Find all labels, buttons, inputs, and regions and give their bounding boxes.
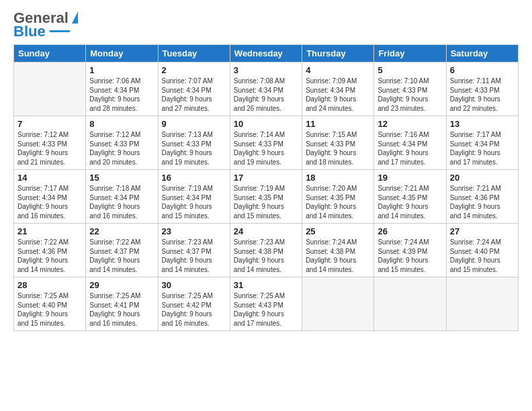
day-number: 9 [162, 119, 226, 129]
day-number: 31 [234, 280, 298, 290]
day-info: Sunrise: 7:22 AM Sunset: 4:37 PM Dayligh… [89, 238, 154, 274]
logo-blue-text: Blue [13, 24, 46, 39]
calendar-cell: 21Sunrise: 7:22 AM Sunset: 4:36 PM Dayli… [14, 224, 86, 277]
day-number: 12 [378, 119, 442, 129]
col-header-monday: Monday [86, 45, 158, 62]
day-number: 21 [17, 226, 82, 236]
col-header-friday: Friday [374, 45, 446, 62]
calendar-week-2: 14Sunrise: 7:17 AM Sunset: 4:34 PM Dayli… [14, 170, 519, 224]
day-number: 17 [234, 173, 298, 183]
calendar-cell: 15Sunrise: 7:18 AM Sunset: 4:34 PM Dayli… [86, 170, 158, 224]
calendar-cell: 30Sunrise: 7:25 AM Sunset: 4:42 PM Dayli… [158, 277, 230, 331]
calendar-cell: 12Sunrise: 7:16 AM Sunset: 4:34 PM Dayli… [374, 116, 446, 170]
day-number: 22 [89, 226, 154, 236]
calendar-cell: 16Sunrise: 7:19 AM Sunset: 4:34 PM Dayli… [158, 170, 230, 224]
calendar-cell: 28Sunrise: 7:25 AM Sunset: 4:40 PM Dayli… [14, 277, 86, 331]
day-number: 11 [306, 119, 370, 129]
day-info: Sunrise: 7:13 AM Sunset: 4:33 PM Dayligh… [162, 130, 226, 167]
col-header-sunday: Sunday [14, 45, 86, 62]
day-info: Sunrise: 7:18 AM Sunset: 4:34 PM Dayligh… [89, 184, 154, 220]
col-header-tuesday: Tuesday [158, 45, 230, 62]
calendar-cell: 9Sunrise: 7:13 AM Sunset: 4:33 PM Daylig… [158, 116, 230, 170]
day-number: 7 [17, 119, 82, 129]
day-number: 15 [89, 173, 154, 183]
header: General Blue [13, 11, 519, 39]
day-info: Sunrise: 7:23 AM Sunset: 4:37 PM Dayligh… [162, 238, 226, 274]
logo-underline [50, 30, 70, 32]
calendar-cell [446, 277, 518, 331]
calendar-cell [374, 277, 446, 331]
day-info: Sunrise: 7:25 AM Sunset: 4:42 PM Dayligh… [162, 291, 226, 328]
day-info: Sunrise: 7:08 AM Sunset: 4:34 PM Dayligh… [234, 77, 298, 113]
day-number: 16 [162, 173, 226, 183]
day-info: Sunrise: 7:23 AM Sunset: 4:38 PM Dayligh… [234, 238, 298, 274]
day-info: Sunrise: 7:24 AM Sunset: 4:38 PM Dayligh… [306, 238, 370, 274]
calendar-week-3: 21Sunrise: 7:22 AM Sunset: 4:36 PM Dayli… [14, 224, 519, 277]
day-number: 14 [17, 173, 82, 183]
calendar-cell: 29Sunrise: 7:25 AM Sunset: 4:41 PM Dayli… [86, 277, 158, 331]
day-number: 8 [89, 119, 154, 129]
day-info: Sunrise: 7:07 AM Sunset: 4:34 PM Dayligh… [162, 77, 226, 113]
calendar-page: General Blue SundayMondayTuesdayWednesda… [0, 0, 532, 411]
day-number: 23 [162, 226, 226, 236]
calendar-cell: 19Sunrise: 7:21 AM Sunset: 4:35 PM Dayli… [374, 170, 446, 224]
calendar-cell: 11Sunrise: 7:15 AM Sunset: 4:33 PM Dayli… [302, 116, 374, 170]
logo: General Blue [13, 11, 78, 39]
calendar-cell: 4Sunrise: 7:09 AM Sunset: 4:34 PM Daylig… [302, 62, 374, 116]
calendar-cell: 14Sunrise: 7:17 AM Sunset: 4:34 PM Dayli… [14, 170, 86, 224]
calendar-cell: 8Sunrise: 7:12 AM Sunset: 4:33 PM Daylig… [86, 116, 158, 170]
calendar-cell: 3Sunrise: 7:08 AM Sunset: 4:34 PM Daylig… [230, 62, 302, 116]
day-info: Sunrise: 7:24 AM Sunset: 4:39 PM Dayligh… [378, 238, 442, 274]
day-info: Sunrise: 7:09 AM Sunset: 4:34 PM Dayligh… [306, 77, 370, 113]
calendar-cell: 31Sunrise: 7:25 AM Sunset: 4:43 PM Dayli… [230, 277, 302, 331]
calendar-cell: 13Sunrise: 7:17 AM Sunset: 4:34 PM Dayli… [446, 116, 518, 170]
calendar-cell: 10Sunrise: 7:14 AM Sunset: 4:33 PM Dayli… [230, 116, 302, 170]
day-number: 29 [89, 280, 154, 290]
calendar-cell: 2Sunrise: 7:07 AM Sunset: 4:34 PM Daylig… [158, 62, 230, 116]
day-number: 4 [306, 65, 370, 75]
day-info: Sunrise: 7:19 AM Sunset: 4:35 PM Dayligh… [234, 184, 298, 220]
day-number: 19 [378, 173, 442, 183]
day-number: 10 [234, 119, 298, 129]
day-info: Sunrise: 7:20 AM Sunset: 4:35 PM Dayligh… [306, 184, 370, 220]
calendar-cell: 24Sunrise: 7:23 AM Sunset: 4:38 PM Dayli… [230, 224, 302, 277]
calendar-cell: 26Sunrise: 7:24 AM Sunset: 4:39 PM Dayli… [374, 224, 446, 277]
day-info: Sunrise: 7:22 AM Sunset: 4:36 PM Dayligh… [17, 238, 82, 274]
day-number: 5 [378, 65, 442, 75]
day-number: 28 [17, 280, 82, 290]
day-number: 2 [162, 65, 226, 75]
calendar-cell: 7Sunrise: 7:12 AM Sunset: 4:33 PM Daylig… [14, 116, 86, 170]
calendar-cell [14, 62, 86, 116]
day-info: Sunrise: 7:21 AM Sunset: 4:36 PM Dayligh… [450, 184, 515, 220]
day-info: Sunrise: 7:15 AM Sunset: 4:33 PM Dayligh… [306, 130, 370, 167]
col-header-wednesday: Wednesday [230, 45, 302, 62]
day-number: 3 [234, 65, 298, 75]
day-number: 6 [450, 65, 515, 75]
calendar-week-0: 1Sunrise: 7:06 AM Sunset: 4:34 PM Daylig… [14, 62, 519, 116]
calendar-cell: 1Sunrise: 7:06 AM Sunset: 4:34 PM Daylig… [86, 62, 158, 116]
logo-blue-row: Blue [13, 24, 70, 39]
day-number: 30 [162, 280, 226, 290]
calendar-cell: 18Sunrise: 7:20 AM Sunset: 4:35 PM Dayli… [302, 170, 374, 224]
calendar-table: SundayMondayTuesdayWednesdayThursdayFrid… [13, 44, 519, 331]
calendar-cell: 23Sunrise: 7:23 AM Sunset: 4:37 PM Dayli… [158, 224, 230, 277]
day-info: Sunrise: 7:12 AM Sunset: 4:33 PM Dayligh… [89, 130, 154, 167]
calendar-cell: 25Sunrise: 7:24 AM Sunset: 4:38 PM Dayli… [302, 224, 374, 277]
day-info: Sunrise: 7:24 AM Sunset: 4:40 PM Dayligh… [450, 238, 515, 274]
calendar-cell [302, 277, 374, 331]
calendar-cell: 5Sunrise: 7:10 AM Sunset: 4:33 PM Daylig… [374, 62, 446, 116]
day-number: 18 [306, 173, 370, 183]
day-info: Sunrise: 7:11 AM Sunset: 4:33 PM Dayligh… [450, 77, 515, 113]
day-info: Sunrise: 7:25 AM Sunset: 4:40 PM Dayligh… [17, 291, 82, 328]
calendar-week-4: 28Sunrise: 7:25 AM Sunset: 4:40 PM Dayli… [14, 277, 519, 331]
day-info: Sunrise: 7:21 AM Sunset: 4:35 PM Dayligh… [378, 184, 442, 220]
day-number: 25 [306, 226, 370, 236]
calendar-cell: 17Sunrise: 7:19 AM Sunset: 4:35 PM Dayli… [230, 170, 302, 224]
calendar-cell: 20Sunrise: 7:21 AM Sunset: 4:36 PM Dayli… [446, 170, 518, 224]
day-number: 24 [234, 226, 298, 236]
day-number: 27 [450, 226, 515, 236]
day-info: Sunrise: 7:06 AM Sunset: 4:34 PM Dayligh… [89, 77, 154, 113]
calendar-week-1: 7Sunrise: 7:12 AM Sunset: 4:33 PM Daylig… [14, 116, 519, 170]
day-number: 26 [378, 226, 442, 236]
day-info: Sunrise: 7:17 AM Sunset: 4:34 PM Dayligh… [450, 130, 515, 167]
